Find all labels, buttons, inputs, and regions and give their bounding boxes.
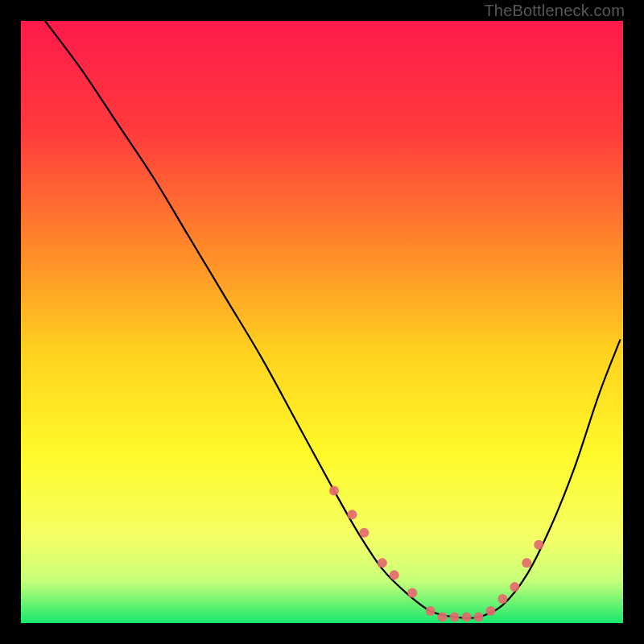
chart-frame: TheBottleneck.com: [0, 0, 644, 644]
measured-point: [462, 613, 472, 622]
plot-area: [21, 21, 623, 623]
measured-point: [473, 613, 483, 622]
measured-point: [522, 558, 531, 568]
watermark-text: TheBottleneck.com: [484, 2, 625, 20]
measured-point: [510, 582, 519, 592]
chart-svg: [21, 21, 623, 623]
measured-point: [450, 613, 460, 622]
measured-point: [534, 540, 543, 550]
measured-point: [390, 570, 399, 580]
gradient-background: [21, 21, 623, 623]
measured-point: [438, 613, 448, 622]
measured-point: [359, 528, 369, 538]
measured-point: [485, 606, 495, 616]
measured-point: [347, 510, 357, 519]
measured-point: [378, 558, 387, 568]
measured-point: [407, 588, 417, 598]
measured-point: [426, 606, 436, 616]
measured-point: [497, 594, 507, 604]
measured-point: [329, 485, 339, 495]
